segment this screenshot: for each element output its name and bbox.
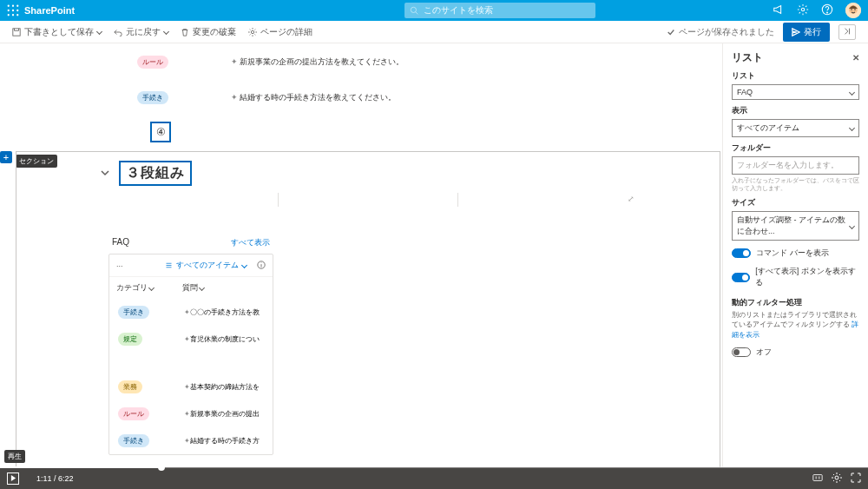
table-row[interactable]: 規定✦育児休業の制度につい (109, 326, 273, 353)
chevron-down-icon (163, 29, 169, 35)
more-icon[interactable]: ··· (116, 261, 123, 270)
page-canvas[interactable]: ルール✦新規事業の企画の提出方法を教えてください。手続き✦結婚する時の手続き方法… (0, 43, 722, 467)
panel-title: リスト (732, 50, 763, 65)
svg-point-8 (16, 14, 18, 16)
collapse-section-icon[interactable] (100, 166, 110, 182)
column-3[interactable]: ⤢ (458, 193, 636, 207)
save-draft-button[interactable]: 下書きとして保存 (12, 26, 102, 38)
svg-point-7 (12, 14, 14, 16)
folder-field-label: フォルダー (732, 142, 859, 154)
svg-point-5 (16, 10, 18, 11)
app-launcher-icon[interactable] (7, 4, 19, 17)
video-progress[interactable] (0, 466, 868, 468)
table-row[interactable]: ルール✦新規事業の企画の提出 (109, 400, 273, 427)
user-avatar[interactable] (845, 3, 861, 18)
help-icon[interactable] (821, 3, 833, 17)
add-section-button[interactable]: + (0, 151, 12, 163)
column-1[interactable] (100, 193, 279, 207)
list-dropdown[interactable]: FAQ (732, 84, 859, 100)
view-selector[interactable]: すべてのアイテム (165, 260, 247, 271)
view-field-label: 表示 (732, 105, 859, 116)
publish-button[interactable]: 発行 (783, 23, 830, 42)
saved-status: ページが保存されました (667, 26, 774, 38)
question-text: ✦育児休業の制度につい (184, 334, 260, 344)
info-icon[interactable] (257, 261, 266, 271)
resize-handle-icon[interactable]: ⤢ (628, 195, 635, 203)
discard-button[interactable]: 変更の破棄 (181, 26, 236, 38)
category-badge: 業務 (118, 380, 142, 393)
category-badge: 規定 (118, 333, 142, 346)
view-dropdown[interactable]: すべてのアイテム (732, 119, 859, 137)
list-row[interactable]: ルール✦新規事業の企画の提出方法を教えてください。 (137, 56, 722, 69)
webpart-title: FAQ (112, 237, 129, 247)
question-text: ✦基本契約の締結方法を (184, 382, 260, 392)
annotation-marker-4: ④ (150, 122, 171, 142)
chevron-down-icon (96, 29, 102, 35)
property-panel: リスト ✕ リスト FAQ 表示 すべてのアイテム フォルダー フォルダー名を入… (722, 43, 868, 467)
svg-point-1 (12, 5, 14, 7)
chevron-down-icon (849, 89, 855, 95)
collapse-panel-button[interactable] (838, 24, 856, 40)
chevron-down-icon (241, 262, 247, 268)
column-header-question[interactable]: 質問 (182, 282, 204, 294)
question-text: ✦〇〇の手続き方法を教 (184, 307, 260, 317)
search-box[interactable]: このサイトを検索 (404, 3, 595, 18)
question-text: ✦結婚する時の手続き方 (184, 436, 260, 446)
svg-point-2 (16, 5, 18, 7)
category-badge: 手続き (118, 306, 149, 319)
category-badge: ルール (118, 407, 149, 420)
category-badge: ルール (137, 56, 168, 69)
chevron-down-icon (849, 223, 855, 229)
settings-icon[interactable] (832, 472, 842, 485)
chevron-down-icon (148, 285, 155, 291)
svg-point-16 (854, 9, 856, 10)
question-text: ✦新規事業の企画の提出方法を教えてください。 (231, 56, 404, 68)
undo-button[interactable]: 元に戻す (114, 26, 168, 38)
close-panel-button[interactable]: ✕ (852, 53, 859, 63)
folder-input[interactable]: フォルダー名を入力します。 (732, 156, 859, 175)
toggle-dynamic-filter[interactable] (732, 347, 751, 357)
show-all-link[interactable]: すべて表示 (231, 237, 270, 248)
captions-icon[interactable] (812, 472, 823, 485)
dynamic-filter-heading: 動的フィルター処理 (732, 297, 859, 308)
svg-point-18 (251, 30, 253, 33)
video-time: 1:11 / 6:22 (36, 474, 74, 483)
toggle-showall[interactable] (732, 273, 750, 282)
folder-hint: 入れ子になったフォルダーでは、パスをコで区切って入力します。 (732, 176, 859, 192)
toggle-commandbar[interactable] (732, 248, 751, 258)
add-section-rail: + (0, 151, 16, 163)
size-dropdown[interactable]: 自動サイズ調整 - アイテムの数に合わせ... (732, 211, 859, 241)
question-text: ✦結婚する時の手続き方法を教えてください。 (231, 92, 396, 103)
page-details-button[interactable]: ページの詳細 (248, 26, 312, 38)
column-2[interactable] (279, 193, 457, 207)
megaphone-icon[interactable] (773, 3, 785, 17)
search-placeholder: このサイトを検索 (424, 4, 493, 17)
app-title[interactable]: SharePoint (24, 5, 75, 16)
column-header-category[interactable]: カテゴリ (116, 282, 182, 294)
svg-point-3 (8, 10, 10, 11)
section-3col[interactable]: ３段組み ⤢ FAQ すべて表示 ··· (16, 151, 720, 467)
table-row[interactable]: 手続き✦結婚する時の手続き方 (109, 427, 273, 454)
svg-rect-20 (813, 474, 822, 480)
chevron-down-icon (849, 125, 855, 131)
list-row[interactable]: 手続き✦結婚する時の手続き方法を教えてください。 (137, 91, 722, 104)
video-player-bar: 1:11 / 6:22 (0, 467, 868, 489)
table-row[interactable]: 手続き✦〇〇の手続き方法を教 (109, 299, 273, 326)
list-webpart[interactable]: FAQ すべて表示 ··· すべてのアイテム (108, 237, 273, 455)
fullscreen-icon[interactable] (851, 472, 861, 485)
suite-nav: SharePoint このサイトを検索 (0, 0, 868, 21)
svg-point-4 (12, 10, 14, 11)
size-field-label: サイズ (732, 197, 859, 208)
chevron-down-icon (199, 285, 205, 291)
three-column-zone: ⤢ (100, 193, 636, 207)
table-row[interactable]: 業務✦基本契約の締結方法を (109, 353, 273, 400)
settings-icon[interactable] (797, 3, 809, 17)
svg-point-21 (835, 476, 838, 479)
svg-point-6 (8, 14, 10, 16)
svg-point-9 (411, 7, 416, 12)
section-title: ３段組み (119, 161, 192, 186)
question-text: ✦新規事業の企画の提出 (184, 409, 260, 419)
svg-point-0 (8, 5, 10, 7)
category-badge: 手続き (137, 91, 168, 104)
play-button[interactable] (7, 472, 19, 485)
